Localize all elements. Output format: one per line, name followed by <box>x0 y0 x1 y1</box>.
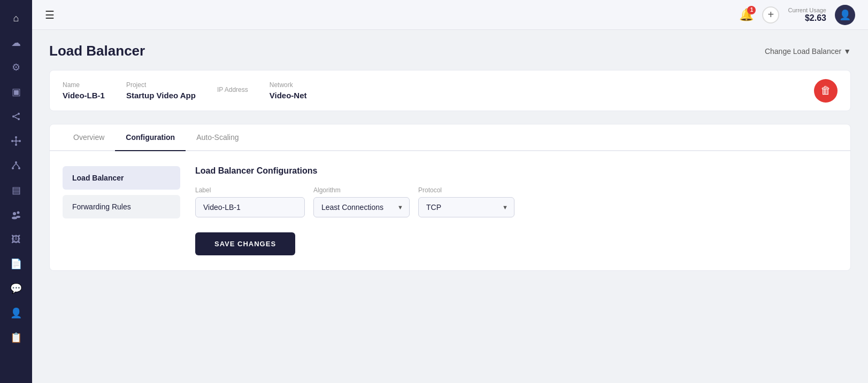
hamburger-menu[interactable]: ☰ <box>45 9 55 21</box>
usage-amount: $2.63 <box>788 13 826 23</box>
config-section: Load Balancer Configurations Label Algor… <box>195 166 838 255</box>
algorithm-label: Algorithm <box>313 186 410 194</box>
svg-point-0 <box>12 115 14 118</box>
trash-icon: 🗑 <box>820 84 831 97</box>
page-title: Load Balancer <box>49 43 145 59</box>
protocol-select[interactable]: TCP HTTP HTTPS UDP <box>418 197 514 217</box>
header: ☰ 🔔 1 + Current Usage $2.63 👤 <box>32 0 868 30</box>
svg-point-1 <box>18 113 20 115</box>
svg-point-15 <box>12 167 14 169</box>
tab-overview[interactable]: Overview <box>63 124 115 151</box>
usage-label: Current Usage <box>788 7 826 13</box>
svg-line-18 <box>16 163 19 167</box>
svg-point-5 <box>15 140 17 142</box>
label-field-label: Label <box>195 186 305 194</box>
svg-point-16 <box>18 167 20 169</box>
network-value: Video-Net <box>270 91 307 100</box>
content: Load Balancer Change Load Balancer ▼ Nam… <box>32 30 868 383</box>
project-field: Project Startup Video App <box>126 81 196 100</box>
svg-point-14 <box>15 161 17 163</box>
sidebar-item-network[interactable] <box>5 130 27 152</box>
svg-point-7 <box>19 140 21 142</box>
sidebar-item-image[interactable]: 🖼 <box>5 229 27 250</box>
add-button[interactable]: + <box>762 6 779 24</box>
sidebar-item-home[interactable]: ⌂ <box>5 7 27 29</box>
network-label: Network <box>270 81 307 89</box>
svg-point-9 <box>15 144 17 146</box>
ip-field: IP Address <box>217 86 248 96</box>
protocol-field-group: Protocol TCP HTTP HTTPS UDP <box>418 186 514 217</box>
sidebar-item-support[interactable]: 💬 <box>5 278 27 299</box>
main-card: Overview Configuration Auto-Scaling Load… <box>49 124 851 271</box>
config-fields: Label Algorithm Round Robin Least Connec… <box>195 186 838 217</box>
tab-auto-scaling[interactable]: Auto-Scaling <box>186 124 249 151</box>
project-value: Startup Video App <box>126 91 196 100</box>
sidebar-item-user[interactable]: 👤 <box>5 302 27 324</box>
network-field: Network Video-Net <box>270 81 307 100</box>
delete-button[interactable]: 🗑 <box>814 79 838 103</box>
notification-badge: 1 <box>747 6 756 14</box>
avatar[interactable]: 👤 <box>835 5 855 25</box>
label-input[interactable] <box>195 197 305 217</box>
sidebar-item-docs[interactable]: 📋 <box>5 327 27 348</box>
save-changes-button[interactable]: SAVE CHANGES <box>195 232 295 255</box>
card-body: Load Balancer Forwarding Rules Load Bala… <box>50 151 850 270</box>
header-right: 🔔 1 + Current Usage $2.63 👤 <box>739 5 855 25</box>
algorithm-select[interactable]: Round Robin Least Connections IP Hash Ra… <box>313 197 410 217</box>
left-nav: Load Balancer Forwarding Rules <box>63 166 180 255</box>
protocol-select-wrapper: TCP HTTP HTTPS UDP <box>418 197 514 217</box>
svg-point-6 <box>11 140 13 142</box>
info-card: Name Video-LB-1 Project Startup Video Ap… <box>49 70 851 111</box>
sidebar-item-cloud[interactable]: ☁ <box>5 32 27 53</box>
notification-bell[interactable]: 🔔 1 <box>739 8 754 22</box>
config-title: Load Balancer Configurations <box>195 166 838 176</box>
main-area: ☰ 🔔 1 + Current Usage $2.63 👤 Load Balan… <box>32 0 868 383</box>
ip-label: IP Address <box>217 86 248 93</box>
chevron-down-icon: ▼ <box>843 47 851 56</box>
algorithm-select-wrapper: Round Robin Least Connections IP Hash Ra… <box>313 197 410 217</box>
svg-point-2 <box>18 118 20 120</box>
sidebar: ⌂ ☁ ⚙ ▣ ▤ 🖼 📄 💬 👤 📋 <box>0 0 32 383</box>
sidebar-item-terminal[interactable]: ▣ <box>5 81 27 103</box>
header-left: ☰ <box>45 9 55 21</box>
svg-point-20 <box>17 212 20 214</box>
algorithm-field-group: Algorithm Round Robin Least Connections … <box>313 186 410 217</box>
change-lb-label: Change Load Balancer <box>765 47 841 56</box>
nav-forwarding-rules[interactable]: Forwarding Rules <box>63 195 180 218</box>
project-label: Project <box>126 81 196 89</box>
sidebar-item-gear[interactable]: ⚙ <box>5 57 27 78</box>
label-field-group: Label <box>195 186 305 217</box>
sidebar-item-invoice[interactable]: 📄 <box>5 253 27 275</box>
svg-point-8 <box>15 136 17 138</box>
svg-line-17 <box>13 163 16 167</box>
sidebar-item-group[interactable] <box>5 204 27 225</box>
page-header: Load Balancer Change Load Balancer ▼ <box>49 43 851 59</box>
svg-point-19 <box>13 212 16 215</box>
svg-line-4 <box>14 117 18 119</box>
usage-block: Current Usage $2.63 <box>788 7 826 23</box>
name-field: Name Video-LB-1 <box>63 81 105 100</box>
tabs: Overview Configuration Auto-Scaling <box>50 124 850 151</box>
protocol-label: Protocol <box>418 186 514 194</box>
tab-configuration[interactable]: Configuration <box>115 124 186 151</box>
svg-line-3 <box>14 114 18 116</box>
nav-load-balancer[interactable]: Load Balancer <box>63 166 180 190</box>
sidebar-item-storage[interactable]: ▤ <box>5 179 27 201</box>
change-lb-button[interactable]: Change Load Balancer ▼ <box>765 47 851 56</box>
name-value: Video-LB-1 <box>63 91 105 100</box>
sidebar-item-cluster[interactable] <box>5 106 27 127</box>
name-label: Name <box>63 81 105 89</box>
sidebar-item-org[interactable] <box>5 155 27 176</box>
svg-point-22 <box>16 216 20 218</box>
